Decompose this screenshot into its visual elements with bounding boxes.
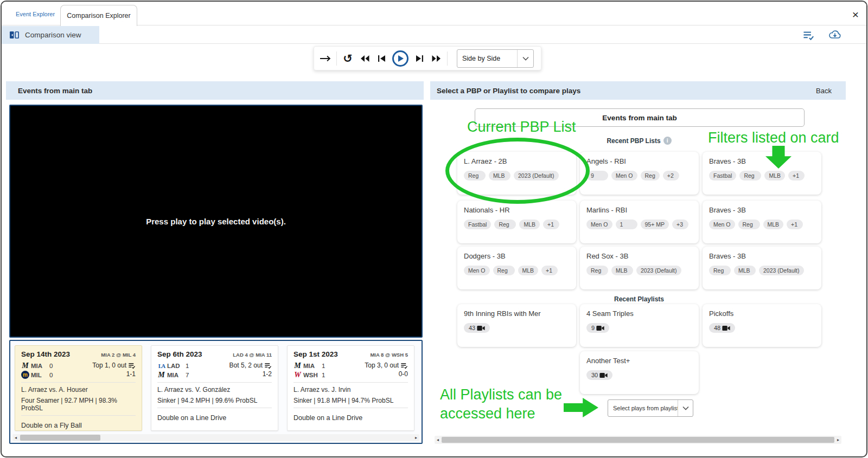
pbp-card[interactable]: Braves - 3B Fastbal Reg MLB +1: [703, 152, 821, 195]
scrollbar-thumb[interactable]: [20, 435, 100, 441]
events-source-button[interactable]: Events from main tab: [475, 108, 805, 127]
playlist-card[interactable]: Pickoffs 48: [703, 304, 821, 347]
playlist-card[interactable]: Another Test+ 30: [580, 351, 699, 394]
pbp-card-title: Marlins - RBI: [586, 206, 692, 214]
scroll-left-arrow-icon[interactable]: ◂: [435, 436, 441, 443]
filter-tag: MLB: [763, 220, 784, 229]
team-logo-mil: m: [21, 371, 29, 379]
filter-tag: MLB: [764, 171, 785, 180]
comparison-view-label: Comparison view: [25, 31, 81, 39]
event-card[interactable]: Sep 6th 2023 LAD 4 @ MIA 11 LA LAD 1 M M…: [151, 345, 278, 431]
pbp-card[interactable]: L. Arraez - 2B Reg MLB 2023 (Default): [457, 152, 576, 195]
annotation-arrow-right-icon: [564, 398, 598, 417]
right-panel-horizontal-scrollbar[interactable]: ◂ ▸: [435, 436, 841, 444]
layout-mode-select[interactable]: Side by Side: [457, 49, 534, 68]
filter-tag: Reg: [494, 220, 516, 229]
scrollbar-track[interactable]: [19, 435, 413, 441]
pbp-card-title: L. Arraez - 2B: [464, 157, 570, 165]
pbp-card[interactable]: Red Sox - 3B Reg MLB 2023 (Default): [580, 247, 699, 289]
event-date: Sep 1st 2023: [293, 350, 338, 358]
annotation-all-playlists-line1: All Playlists can be: [440, 385, 562, 404]
divider: [157, 382, 272, 383]
team-runs: 1: [186, 363, 189, 369]
close-icon[interactable]: ×: [848, 7, 863, 22]
video-camera-icon: [722, 325, 730, 331]
team-abbr: MIL: [31, 372, 49, 378]
inning-state: Top 1, 0 out: [92, 362, 126, 369]
pbp-card[interactable]: Braves - 3B Men O Reg MLB +1: [703, 201, 821, 243]
pitch-details: Four Seamer | 92.7 MPH | 98.3% ProbSL: [21, 397, 136, 412]
filter-tag: MLB: [518, 266, 539, 275]
pitch-count: 1-2: [229, 370, 272, 378]
playlist-count-badge: 43: [464, 323, 490, 333]
filter-tag: +1: [541, 266, 558, 275]
rewind-icon[interactable]: [359, 53, 371, 64]
team-logo-mia: M: [21, 362, 29, 370]
annotation-all-playlists: All Playlists can be accessed here: [440, 385, 562, 423]
cloud-download-icon[interactable]: [828, 29, 840, 41]
team-abbr: MIA: [31, 363, 49, 369]
pbp-card[interactable]: Marlins - RBI Men O 1 95+ MP +3: [580, 201, 699, 243]
team-logo-lad: LA: [157, 362, 165, 370]
scrollbar-thumb[interactable]: [442, 437, 834, 443]
event-date: Sep 14th 2023: [21, 350, 70, 358]
team-abbr: WSH: [303, 372, 322, 378]
toolbar-divider: [336, 51, 337, 66]
previous-play-icon[interactable]: [375, 53, 387, 64]
pbp-card-title: Braves - 3B: [709, 157, 815, 165]
pbp-card[interactable]: Braves - 3B Reg MLB 2023 (Default): [703, 247, 821, 289]
recent-pbp-lists-label: Recent PBP Lists i: [457, 137, 821, 145]
scroll-right-arrow-icon[interactable]: ▸: [413, 434, 419, 441]
playlist-count-badge: 30: [586, 370, 612, 380]
fast-forward-icon[interactable]: [430, 53, 442, 64]
playlist-count-badge: 48: [709, 323, 735, 333]
playlist-card-title: Another Test+: [586, 357, 692, 365]
filter-tag: 2023 (Default): [514, 171, 559, 180]
pbp-card-title: Braves - 3B: [709, 252, 815, 260]
divider: [157, 408, 272, 408]
divider: [21, 415, 136, 416]
recent-pbp-lists-text: Recent PBP Lists: [607, 137, 660, 145]
event-card[interactable]: Sep 1st 2023 MIA 8 @ WSH 5 M MIA 1 W WSH…: [287, 345, 414, 431]
events-row: Sep 14th 2023 MIA 2 @ MIL 4 M MIA 0 m MI…: [15, 345, 414, 431]
team-logo-mia: M: [157, 371, 165, 379]
scroll-left-arrow-icon[interactable]: ◂: [12, 434, 19, 441]
play-result: Double on a Fly Ball: [21, 422, 136, 429]
pbp-card[interactable]: Dodgers - 3B Men O Reg MLB +1: [457, 247, 576, 289]
back-button[interactable]: Back: [816, 87, 832, 95]
pitcher-matchup: L. Arraez vs. V. González: [157, 386, 272, 394]
scroll-right-arrow-icon[interactable]: ▸: [835, 436, 841, 443]
pbp-card[interactable]: Angels - RBI 9 Men O Reg +2: [580, 152, 699, 195]
play-button[interactable]: [392, 50, 409, 67]
events-horizontal-scrollbar[interactable]: ◂ ▸: [12, 434, 419, 441]
info-icon[interactable]: i: [663, 137, 672, 145]
next-play-icon[interactable]: [413, 53, 425, 64]
playlist-card[interactable]: 4 Seam Triples 9: [580, 304, 699, 347]
playlist-dropdown[interactable]: Select plays from playlist: [608, 399, 693, 417]
playlist-dropdown-label: Select plays from playlist: [608, 405, 678, 411]
team-logo-wsh: W: [293, 371, 302, 379]
filter-tag: 2023 (Default): [636, 266, 681, 275]
filter-tag: MLB: [611, 266, 633, 275]
event-card[interactable]: Sep 14th 2023 MIA 2 @ MIL 4 M MIA 0 m MI…: [15, 345, 142, 431]
recent-playlists-text: Recent Playlists: [614, 295, 664, 303]
pitch-count: 0-0: [365, 370, 408, 378]
tab-comparison-explorer[interactable]: Comparison Explorer: [60, 5, 137, 26]
pbp-card-title: Red Sox - 3B: [586, 252, 692, 260]
playlist-card[interactable]: 9th Inning RBIs with Mer 43: [457, 304, 576, 347]
step-through-icon[interactable]: [320, 53, 331, 64]
pitch-count: 1-1: [92, 370, 136, 378]
restart-icon[interactable]: ↺: [342, 53, 354, 64]
app-window: Event Explorer Comparison Explorer × Com…: [1, 1, 867, 457]
filter-tag: Men O: [709, 220, 735, 229]
event-date: Sep 6th 2023: [157, 350, 202, 358]
scrollbar-track[interactable]: [441, 437, 835, 443]
list-check-icon[interactable]: [802, 29, 814, 41]
filter-tag: Reg: [641, 171, 660, 180]
pbp-card[interactable]: Nationals - HR Fastbal Reg MLB +1: [457, 201, 576, 243]
tab-event-explorer[interactable]: Event Explorer: [16, 11, 55, 17]
play-result: Double on a Line Drive: [157, 414, 272, 422]
filter-tag: +1: [788, 171, 805, 180]
playlist-card-title: Pickoffs: [709, 309, 815, 318]
events-strip: Sep 14th 2023 MIA 2 @ MIL 4 M MIA 0 m MI…: [9, 340, 423, 444]
